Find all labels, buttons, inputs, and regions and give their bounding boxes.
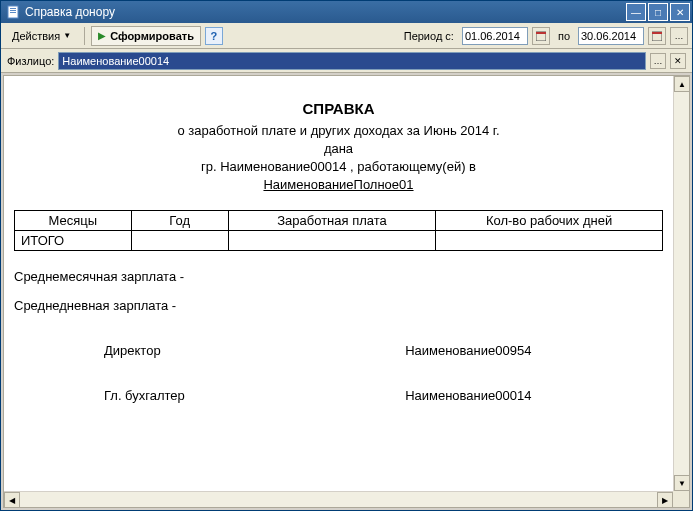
separator xyxy=(84,27,85,45)
scroll-left-button[interactable]: ◀ xyxy=(4,492,20,508)
hscroll-track[interactable] xyxy=(20,492,657,507)
total-days xyxy=(436,231,663,251)
period-select-button[interactable]: … xyxy=(670,27,688,45)
calendar-icon xyxy=(652,31,662,41)
scroll-up-button[interactable]: ▲ xyxy=(674,76,690,92)
form-label: Сформировать xyxy=(110,30,194,42)
col-month: Месяцы xyxy=(15,211,132,231)
director-name: Наименование00954 xyxy=(274,343,663,358)
doc-given: дана xyxy=(14,141,663,156)
date-to-calendar-button[interactable] xyxy=(648,27,666,45)
total-salary xyxy=(228,231,435,251)
help-button[interactable]: ? xyxy=(205,27,223,45)
app-window: Справка донору — □ ✕ Действия ▼ ▶ Сформи… xyxy=(0,0,693,511)
person-clear-button[interactable]: ✕ xyxy=(670,53,686,69)
person-select-button[interactable]: … xyxy=(650,53,666,69)
col-year: Год xyxy=(131,211,228,231)
period-from-label: Период с: xyxy=(400,30,458,42)
window-title: Справка донору xyxy=(25,5,626,19)
scroll-right-button[interactable]: ▶ xyxy=(657,492,673,508)
table-header-row: Месяцы Год Заработная плата Кол-во рабоч… xyxy=(15,211,663,231)
doc-citizen-line: гр. Наименование00014 , работающему(ей) … xyxy=(14,159,663,174)
doc-title: СПРАВКА xyxy=(14,100,663,117)
director-role: Директор xyxy=(14,343,274,358)
horizontal-scrollbar[interactable]: ◀ ▶ xyxy=(4,491,673,507)
app-icon xyxy=(5,4,21,20)
avg-month-salary: Среднемесячная зарплата - xyxy=(14,269,663,284)
scroll-corner xyxy=(673,491,689,507)
svg-rect-2 xyxy=(10,10,16,11)
period-to-label: по xyxy=(554,30,574,42)
content-area: СПРАВКА о заработной плате и других дохо… xyxy=(3,75,690,508)
total-label: ИТОГО xyxy=(15,231,132,251)
svg-rect-7 xyxy=(652,32,662,34)
doc-subtitle: о заработной плате и других доходах за И… xyxy=(14,123,663,138)
actions-menu[interactable]: Действия ▼ xyxy=(5,26,78,46)
accountant-role: Гл. бухгалтер xyxy=(14,388,274,403)
titlebar: Справка донору — □ ✕ xyxy=(1,1,692,23)
sign-accountant: Гл. бухгалтер Наименование00014 xyxy=(14,388,663,403)
svg-rect-3 xyxy=(10,12,16,13)
vscroll-track[interactable] xyxy=(674,92,689,475)
vertical-scrollbar[interactable]: ▲ ▼ xyxy=(673,76,689,491)
doc-org: НаименованиеПолное01 xyxy=(14,177,663,192)
document-viewport: СПРАВКА о заработной плате и других дохо… xyxy=(4,76,673,491)
accountant-name: Наименование00014 xyxy=(274,388,663,403)
person-label: Физлицо: xyxy=(7,55,54,67)
date-to-input[interactable] xyxy=(578,27,644,45)
sign-director: Директор Наименование00954 xyxy=(14,343,663,358)
maximize-button[interactable]: □ xyxy=(648,3,668,21)
minimize-button[interactable]: — xyxy=(626,3,646,21)
svg-rect-5 xyxy=(536,32,546,34)
actions-label: Действия xyxy=(12,30,60,42)
avg-day-salary: Среднедневная зарплата - xyxy=(14,298,663,313)
salary-table: Месяцы Год Заработная плата Кол-во рабоч… xyxy=(14,210,663,251)
calendar-icon xyxy=(536,31,546,41)
person-input[interactable] xyxy=(59,55,645,67)
form-button[interactable]: ▶ Сформировать xyxy=(91,26,201,46)
col-salary: Заработная плата xyxy=(228,211,435,231)
document: СПРАВКА о заработной плате и других дохо… xyxy=(4,76,673,419)
play-icon: ▶ xyxy=(98,30,106,41)
date-from-calendar-button[interactable] xyxy=(532,27,550,45)
person-field-wrap xyxy=(58,52,646,70)
chevron-down-icon: ▼ xyxy=(63,31,71,40)
date-from-input[interactable] xyxy=(462,27,528,45)
svg-rect-1 xyxy=(10,8,16,9)
scroll-down-button[interactable]: ▼ xyxy=(674,475,690,491)
col-days: Кол-во рабочих дней xyxy=(436,211,663,231)
filter-bar: Физлицо: … ✕ xyxy=(1,49,692,73)
close-button[interactable]: ✕ xyxy=(670,3,690,21)
toolbar: Действия ▼ ▶ Сформировать ? Период с: по… xyxy=(1,23,692,49)
total-year xyxy=(131,231,228,251)
table-total-row: ИТОГО xyxy=(15,231,663,251)
